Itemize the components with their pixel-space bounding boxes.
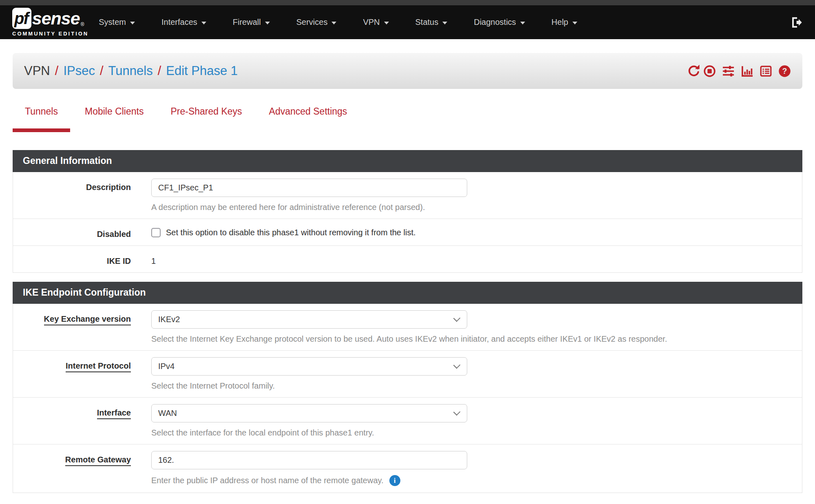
internet-protocol-select[interactable]: IPv4 <box>151 357 467 376</box>
interface-row: Interface WAN Select the interface for t… <box>13 398 802 444</box>
nav-item-status-label: Status <box>415 18 439 27</box>
remote-gateway-row: Remote Gateway Enter the public IP addre… <box>13 444 802 493</box>
internet-protocol-row: Internet Protocol IPv4 Select the Intern… <box>13 351 802 398</box>
ike-id-label: IKE ID <box>107 256 131 265</box>
bar-chart-icon <box>741 65 753 77</box>
stop-circle-icon <box>703 65 716 77</box>
chevron-down-icon <box>453 409 460 416</box>
tab-pre-shared-keys[interactable]: Pre-Shared Keys <box>158 104 254 132</box>
sign-out-button[interactable] <box>790 16 803 29</box>
pfsense-logo[interactable]: pf sense ® COMMUNITY EDITION <box>12 8 88 37</box>
general-information-header: General Information <box>13 150 802 172</box>
caret-down-icon <box>130 22 135 24</box>
remote-gateway-label: Remote Gateway <box>65 455 131 466</box>
key-exchange-help: Select the Internet Key Exchange protoco… <box>151 334 802 344</box>
nav-item-diagnostics-label: Diagnostics <box>474 18 516 27</box>
internet-protocol-select-value: IPv4 <box>158 362 174 371</box>
pfsense-logo-row: pf sense ® <box>12 8 88 29</box>
ike-id-value: 1 <box>151 252 802 266</box>
disabled-checkbox[interactable] <box>151 228 161 237</box>
description-label: Description <box>86 183 131 192</box>
nav-item-system-label: System <box>99 18 126 27</box>
remote-gateway-help: Enter the public IP address or host name… <box>151 476 384 485</box>
ike-endpoint-body: Key Exchange version IKEv2 Select the In… <box>13 304 802 493</box>
ike-endpoint-panel: IKE Endpoint Configuration Key Exchange … <box>13 282 802 493</box>
nav-item-status[interactable]: Status <box>415 18 448 27</box>
breadcrumb-root: VPN <box>24 64 50 78</box>
description-input[interactable] <box>151 179 467 197</box>
breadcrumb-link-tunnels[interactable]: Tunnels <box>108 64 153 78</box>
disabled-option-text: Set this option to disable this phase1 w… <box>166 228 416 237</box>
chevron-down-icon <box>453 315 460 322</box>
caret-down-icon <box>442 22 447 24</box>
sliders-icon <box>722 65 735 77</box>
log-button[interactable] <box>760 65 772 77</box>
nav-item-services[interactable]: Services <box>296 18 337 27</box>
description-row: Description A description may be entered… <box>13 172 802 219</box>
internet-protocol-help: Select the Internet Protocol family. <box>151 381 802 391</box>
nav-item-system[interactable]: System <box>99 18 135 27</box>
caret-down-icon <box>265 22 270 24</box>
general-information-panel: General Information Description A descri… <box>13 150 802 273</box>
nav-item-firewall-label: Firewall <box>233 18 261 27</box>
info-icon[interactable]: i <box>389 475 400 486</box>
key-exchange-row: Key Exchange version IKEv2 Select the In… <box>13 304 802 351</box>
breadcrumb-separator: / <box>50 64 64 78</box>
caret-down-icon <box>520 22 525 24</box>
nav-item-vpn-label: VPN <box>363 18 380 27</box>
status-graph-button[interactable] <box>741 65 753 77</box>
nav-item-firewall[interactable]: Firewall <box>233 18 270 27</box>
remote-gateway-input[interactable] <box>151 451 467 469</box>
nav-item-interfaces[interactable]: Interfaces <box>161 18 206 27</box>
key-exchange-label: Key Exchange version <box>44 314 131 325</box>
key-exchange-select-value: IKEv2 <box>158 315 180 324</box>
breadcrumb-link-edit-phase-1[interactable]: Edit Phase 1 <box>166 64 238 78</box>
description-help: A description may be entered here for ad… <box>151 203 802 212</box>
refresh-button[interactable] <box>687 65 700 77</box>
caret-down-icon <box>384 22 389 24</box>
nav-item-diagnostics[interactable]: Diagnostics <box>474 18 525 27</box>
nav-item-help-label: Help <box>552 18 568 27</box>
chevron-down-icon <box>453 362 460 369</box>
caret-down-icon <box>331 22 336 24</box>
svg-text:?: ? <box>782 66 787 75</box>
key-exchange-select[interactable]: IKEv2 <box>151 310 467 329</box>
page-action-icons: ? <box>687 65 791 77</box>
pfsense-logo-sense: sense <box>32 8 80 29</box>
pfsense-logo-subtitle: COMMUNITY EDITION <box>12 31 88 37</box>
nav-item-help[interactable]: Help <box>552 18 577 27</box>
tab-mobile-clients[interactable]: Mobile Clients <box>73 104 156 132</box>
registered-mark: ® <box>81 22 84 27</box>
breadcrumb-separator: / <box>95 64 108 78</box>
tab-tunnels[interactable]: Tunnels <box>13 104 70 132</box>
stop-button[interactable] <box>703 65 716 77</box>
sign-out-icon <box>790 16 803 29</box>
ike-endpoint-header: IKE Endpoint Configuration <box>13 282 802 304</box>
window-top-strip <box>0 0 815 5</box>
nav-item-services-label: Services <box>296 18 328 27</box>
disabled-label: Disabled <box>97 230 131 239</box>
caret-down-icon <box>572 22 577 24</box>
help-button[interactable]: ? <box>778 65 791 77</box>
list-icon <box>760 65 772 77</box>
interface-select[interactable]: WAN <box>151 404 467 422</box>
tab-advanced-settings[interactable]: Advanced Settings <box>257 104 360 132</box>
interface-help: Select the interface for the local endpo… <box>151 428 802 438</box>
disabled-row: Disabled Set this option to disable this… <box>13 219 802 246</box>
ipsec-tab-bar: Tunnels Mobile Clients Pre-Shared Keys A… <box>13 104 802 132</box>
general-information-body: Description A description may be entered… <box>13 172 802 273</box>
interface-select-value: WAN <box>158 409 177 418</box>
interface-label: Interface <box>97 408 131 419</box>
breadcrumb-separator: / <box>153 64 166 78</box>
main-navbar: pf sense ® COMMUNITY EDITION System Inte… <box>0 5 815 39</box>
internet-protocol-label: Internet Protocol <box>66 361 131 372</box>
refresh-icon <box>687 65 700 77</box>
ike-id-row: IKE ID 1 <box>13 246 802 272</box>
nav-item-vpn[interactable]: VPN <box>363 18 389 27</box>
breadcrumb-link-ipsec[interactable]: IPsec <box>63 64 95 78</box>
nav-item-interfaces-label: Interfaces <box>161 18 197 27</box>
question-circle-icon: ? <box>778 65 791 77</box>
pfsense-logo-pf: pf <box>12 8 31 29</box>
settings-button[interactable] <box>722 65 735 77</box>
navbar-menu: System Interfaces Firewall Services VPN … <box>99 18 577 27</box>
